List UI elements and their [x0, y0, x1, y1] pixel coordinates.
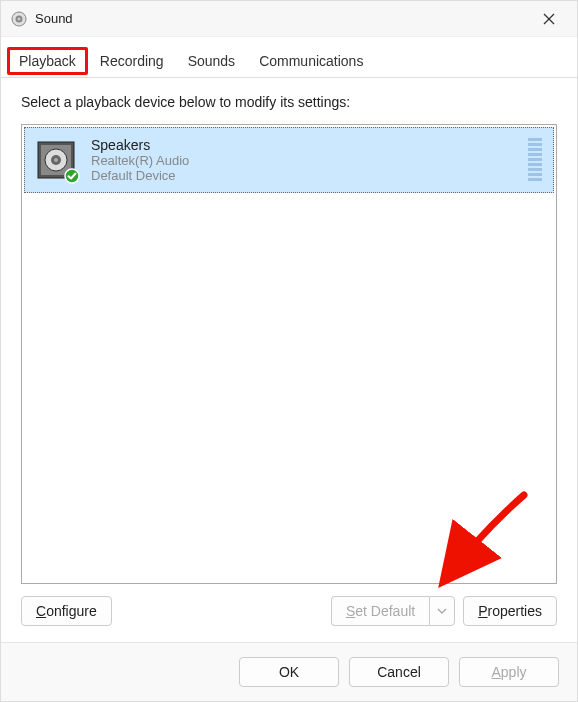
device-item-speakers[interactable]: Speakers Realtek(R) Audio Default Device — [24, 127, 554, 193]
titlebar: Sound — [1, 1, 577, 37]
svg-rect-18 — [528, 173, 542, 176]
device-text: Speakers Realtek(R) Audio Default Device — [91, 137, 517, 183]
dialog-button-row: OK Cancel Apply — [1, 642, 577, 701]
set-default-button[interactable]: Set Default — [331, 596, 429, 626]
svg-rect-11 — [528, 138, 542, 141]
close-icon — [543, 13, 555, 25]
device-name: Speakers — [91, 137, 517, 153]
check-icon — [64, 168, 80, 184]
configure-button[interactable]: Configure — [21, 596, 112, 626]
set-default-rest: et Default — [355, 603, 415, 619]
cancel-button[interactable]: Cancel — [349, 657, 449, 687]
svg-rect-17 — [528, 168, 542, 171]
svg-rect-19 — [528, 178, 542, 181]
tab-sounds-label: Sounds — [188, 53, 235, 69]
window-title: Sound — [35, 11, 531, 26]
device-icon-wrap — [35, 139, 77, 181]
apply-mnemonic: A — [491, 664, 500, 680]
sound-dialog: Sound Playback Recording Sounds Communic… — [0, 0, 578, 702]
tab-recording[interactable]: Recording — [88, 47, 176, 77]
apply-rest: pply — [501, 664, 527, 680]
tab-bar: Playback Recording Sounds Communications — [1, 37, 577, 78]
lower-button-row: Configure Set Default Properties — [21, 596, 557, 626]
tab-playback-label: Playback — [19, 53, 76, 69]
configure-mnemonic: C — [36, 603, 46, 619]
tab-recording-label: Recording — [100, 53, 164, 69]
svg-point-9 — [54, 158, 58, 162]
sound-icon — [11, 11, 27, 27]
ok-label: OK — [279, 664, 299, 680]
tab-content: Select a playback device below to modify… — [1, 78, 577, 642]
set-default-dropdown[interactable] — [429, 596, 455, 626]
tab-communications-label: Communications — [259, 53, 363, 69]
svg-rect-16 — [528, 163, 542, 166]
properties-rest: roperties — [488, 603, 542, 619]
svg-rect-15 — [528, 158, 542, 161]
instruction-text: Select a playback device below to modify… — [21, 94, 557, 110]
device-driver: Realtek(R) Audio — [91, 153, 517, 168]
set-default-split: Set Default — [331, 596, 455, 626]
properties-button[interactable]: Properties — [463, 596, 557, 626]
device-list[interactable]: Speakers Realtek(R) Audio Default Device — [21, 124, 557, 584]
device-status: Default Device — [91, 168, 517, 183]
svg-rect-12 — [528, 143, 542, 146]
configure-rest: onfigure — [46, 603, 97, 619]
set-default-mnemonic: S — [346, 603, 355, 619]
chevron-down-icon — [437, 608, 447, 614]
level-meter-icon — [527, 136, 543, 184]
tab-communications[interactable]: Communications — [247, 47, 375, 77]
svg-point-2 — [18, 17, 21, 20]
cancel-label: Cancel — [377, 664, 421, 680]
ok-button[interactable]: OK — [239, 657, 339, 687]
tab-sounds[interactable]: Sounds — [176, 47, 247, 77]
tab-playback[interactable]: Playback — [7, 47, 88, 75]
svg-rect-14 — [528, 153, 542, 156]
svg-rect-13 — [528, 148, 542, 151]
apply-button[interactable]: Apply — [459, 657, 559, 687]
properties-mnemonic: P — [478, 603, 487, 619]
close-button[interactable] — [531, 1, 567, 37]
